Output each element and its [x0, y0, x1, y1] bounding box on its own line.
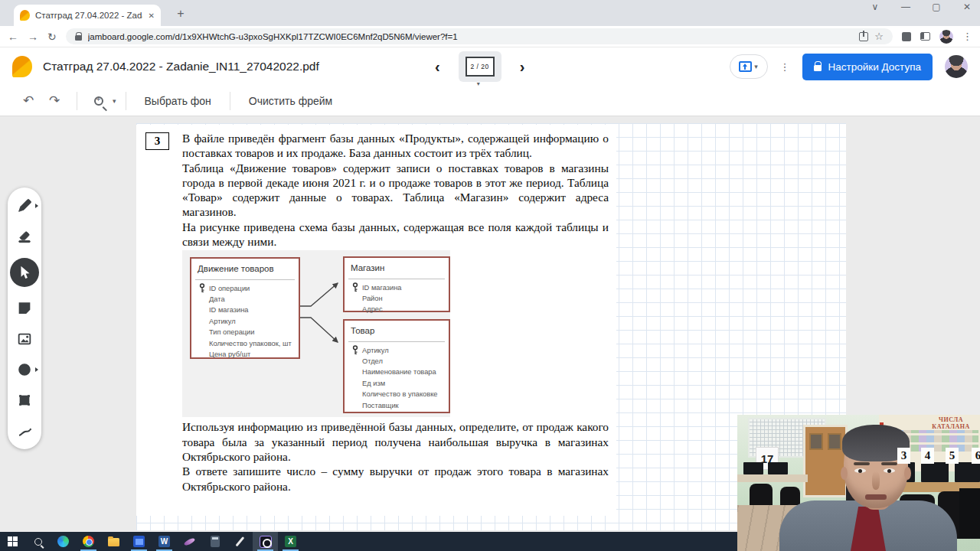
table-field: ID магазина [199, 305, 296, 315]
presenter-ear [904, 467, 911, 480]
table-field: Отдел [352, 356, 446, 367]
table-field-key: ID операции [199, 283, 296, 294]
present-caret-icon: ▾ [754, 63, 758, 70]
textbox-tool-icon[interactable] [15, 391, 34, 409]
frame-selector-button[interactable]: 2 / 20 ▾ [459, 51, 501, 82]
frame-navigation: ‹ 2 / 20 ▾ › [435, 47, 524, 86]
bookmark-star-icon[interactable]: ☆ [874, 31, 884, 42]
present-button[interactable]: ▾ [730, 54, 768, 79]
computer-monitor [921, 462, 949, 482]
side-panel-icon[interactable] [920, 32, 930, 41]
new-tab-button[interactable]: + [173, 7, 188, 22]
sticky-note-tool-icon[interactable] [15, 299, 34, 318]
feather-icon [184, 536, 196, 547]
table-field: Количество в упаковке [352, 389, 446, 399]
paragraph: Используя информацию из приведённой базы… [182, 419, 609, 464]
taskbar-word-button[interactable]: W [152, 532, 177, 551]
image-tool-icon[interactable] [15, 330, 34, 348]
browser-menu-icon[interactable]: ⋮ [962, 31, 972, 42]
poster-number: 4 [921, 448, 934, 464]
taskbar-explorer-button[interactable] [101, 532, 126, 551]
paragraph: Таблица «Движение товаров» содержит запи… [182, 161, 609, 220]
window-minimize-icon[interactable]: — [900, 2, 911, 12]
classroom-door [803, 425, 848, 497]
database-schema-diagram: Движение товаров ID операции Дата ID маг… [182, 250, 450, 417]
zoom-caret-icon[interactable]: ▾ [113, 97, 116, 105]
laser-tool-icon[interactable] [15, 422, 34, 440]
taskbar-edge-button[interactable] [51, 532, 76, 551]
poster-number: 3 [897, 448, 910, 464]
window-controls: ∨ — ▢ ✕ [870, 2, 972, 12]
browser-tab[interactable]: Статград 27.04.2022 - Zadanie_IN ✕ [14, 5, 161, 26]
task-number-box: 3 [145, 132, 169, 150]
jamboard-logo-icon[interactable] [12, 56, 32, 77]
edge-icon [57, 536, 69, 547]
table-field: Адрес [352, 304, 446, 315]
taskbar-movies-button[interactable] [126, 532, 152, 551]
taskbar-calculator-button[interactable] [202, 532, 227, 551]
lock-icon [814, 65, 822, 71]
poster-number: 6 [972, 448, 980, 464]
zoom-icon[interactable] [94, 96, 103, 106]
poster-title: ЧИСЛА КАТАЛАНА [926, 416, 975, 430]
browser-tab-strip: Статград 27.04.2022 - Zadanie_IN ✕ + ∨ —… [0, 0, 980, 26]
taskbar-pen-app-button[interactable] [227, 532, 253, 551]
presenter-ear [841, 467, 848, 480]
taskbar-search-button[interactable] [25, 532, 51, 551]
pen-options-caret-icon[interactable] [35, 204, 41, 208]
taskbar-obs-button[interactable] [253, 532, 278, 551]
presenter-eye [854, 468, 866, 473]
undo-icon[interactable]: ↶ [15, 93, 41, 109]
window-maximize-icon[interactable]: ▢ [931, 2, 942, 12]
reload-icon[interactable]: ↻ [47, 31, 57, 42]
choose-background-button[interactable]: Выбрать фон [136, 95, 220, 107]
start-button[interactable] [0, 532, 25, 551]
account-avatar[interactable] [945, 55, 968, 78]
taskbar-excel-button[interactable]: X [278, 532, 303, 551]
table-field: Количество упаковок, шт [199, 338, 296, 349]
eraser-tool-icon[interactable] [15, 227, 34, 246]
toolbar-divider [126, 92, 126, 110]
table-field-key: Артикул [352, 345, 446, 356]
previous-frame-icon[interactable]: ‹ [435, 58, 440, 76]
url-text: jamboard.google.com/d/1x9XHWtchG-u3pxoSg… [88, 32, 854, 41]
access-settings-button[interactable]: Настройки Доступа [802, 54, 933, 80]
back-icon[interactable]: ← [8, 31, 18, 42]
pen-tool-icon[interactable] [15, 197, 34, 215]
shape-tool-icon[interactable] [15, 360, 34, 379]
drawing-tool-rail [8, 187, 41, 449]
jamboard-header: Статград 27.04.2022 - Zadanie_IN11_27042… [0, 47, 980, 86]
taskbar-chrome-button[interactable] [76, 532, 101, 551]
next-frame-icon[interactable]: › [520, 58, 525, 76]
jamboard-menu-icon[interactable]: ⋮ [780, 61, 790, 73]
key-icon [199, 283, 205, 293]
forward-icon[interactable]: → [28, 31, 38, 42]
table-field: Наименование товара [352, 367, 446, 377]
redo-icon[interactable]: ↷ [41, 93, 67, 109]
header-actions: ▾ ⋮ Настройки Доступа [730, 54, 968, 80]
taskbar-feather-app-button[interactable] [177, 532, 202, 551]
window-menu-icon[interactable]: ∨ [870, 2, 880, 12]
key-icon [352, 282, 358, 292]
browser-profile-avatar[interactable] [939, 30, 953, 44]
shape-options-caret-icon[interactable] [35, 367, 41, 372]
table-fields: ID операции Дата ID магазина Артикул Тип… [191, 280, 299, 360]
clear-frame-button[interactable]: Очистить фрейм [240, 95, 341, 107]
window-close-icon[interactable]: ✕ [962, 2, 972, 12]
select-tool-icon[interactable] [10, 258, 39, 287]
tab-title: Статград 27.04.2022 - Zadanie_IN [35, 11, 142, 20]
presenter-eyebrow [854, 462, 870, 465]
word-icon: W [158, 536, 170, 547]
jamboard-favicon [20, 10, 30, 21]
toolbar-divider [77, 92, 77, 110]
tab-close-icon[interactable]: ✕ [149, 11, 155, 20]
presenter-eyebrow [881, 462, 897, 465]
share-page-icon[interactable] [859, 32, 868, 41]
poster-title-line1: ЧИСЛА [926, 416, 975, 423]
paragraph: На рисунке приведена схема базы данных, … [182, 220, 609, 249]
document-title[interactable]: Статград 27.04.2022 - Zadanie_IN11_27042… [43, 60, 319, 73]
excel-icon: X [285, 536, 296, 547]
presenter-mouth [865, 494, 887, 500]
address-input[interactable]: jamboard.google.com/d/1x9XHWtchG-u3pxoSg… [66, 28, 893, 44]
extensions-icon[interactable] [902, 32, 911, 41]
